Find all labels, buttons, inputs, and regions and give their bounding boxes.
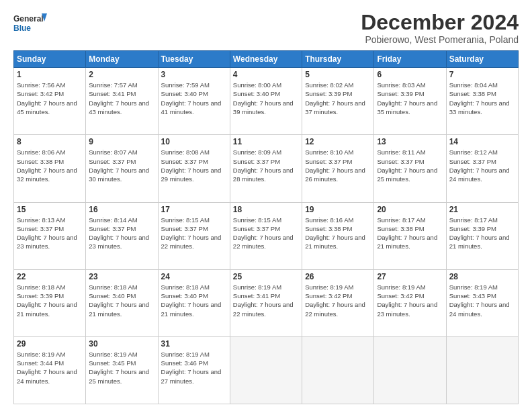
day-number: 10 [161,137,227,146]
day-info: Sunrise: 8:15 AM Sunset: 3:37 PM Dayligh… [233,216,299,251]
day-info: Sunrise: 8:08 AM Sunset: 3:37 PM Dayligh… [161,148,227,183]
day-info: Sunrise: 8:04 AM Sunset: 3:38 PM Dayligh… [449,81,515,116]
day-number: 27 [377,272,443,281]
day-info: Sunrise: 8:19 AM Sunset: 3:43 PM Dayligh… [449,283,515,318]
day-info: Sunrise: 8:03 AM Sunset: 3:39 PM Dayligh… [377,81,443,116]
day-info: Sunrise: 8:12 AM Sunset: 3:37 PM Dayligh… [449,148,515,183]
day-number: 17 [161,205,227,214]
calendar-cell: 28 Sunrise: 8:19 AM Sunset: 3:43 PM Dayl… [446,269,518,336]
calendar-cell: 10 Sunrise: 8:08 AM Sunset: 3:37 PM Dayl… [158,135,230,202]
col-wednesday: Wednesday [230,51,302,68]
calendar-cell: 11 Sunrise: 8:09 AM Sunset: 3:37 PM Dayl… [230,135,302,202]
day-number: 4 [233,70,299,79]
day-number: 19 [305,205,371,214]
day-number: 11 [233,137,299,146]
calendar-cell [230,336,302,404]
day-info: Sunrise: 8:18 AM Sunset: 3:39 PM Dayligh… [17,283,83,318]
col-thursday: Thursday [302,51,374,68]
day-number: 30 [89,339,154,349]
calendar-cell: 15 Sunrise: 8:13 AM Sunset: 3:37 PM Dayl… [14,202,86,269]
day-number: 13 [377,137,443,146]
day-number: 26 [305,272,371,281]
day-number: 1 [17,70,83,79]
calendar-cell: 1 Sunrise: 7:56 AM Sunset: 3:42 PM Dayli… [14,68,86,135]
day-info: Sunrise: 8:06 AM Sunset: 3:38 PM Dayligh… [17,148,83,183]
calendar-week-2: 8 Sunrise: 8:06 AM Sunset: 3:38 PM Dayli… [14,135,519,202]
calendar-cell: 24 Sunrise: 8:18 AM Sunset: 3:40 PM Dayl… [158,269,230,336]
calendar-cell: 22 Sunrise: 8:18 AM Sunset: 3:39 PM Dayl… [14,269,86,336]
svg-text:General: General [13,14,44,24]
day-number: 9 [89,137,154,146]
day-info: Sunrise: 8:19 AM Sunset: 3:42 PM Dayligh… [377,283,443,318]
calendar-header: Sunday Monday Tuesday Wednesday Thursday… [14,51,519,68]
day-info: Sunrise: 8:18 AM Sunset: 3:40 PM Dayligh… [161,283,227,318]
page: General Blue December 2024 Pobierowo, We… [0,0,532,411]
col-friday: Friday [374,51,446,68]
day-info: Sunrise: 8:17 AM Sunset: 3:38 PM Dayligh… [377,216,443,251]
svg-text:Blue: Blue [13,24,31,33]
calendar-cell: 5 Sunrise: 8:02 AM Sunset: 3:39 PM Dayli… [302,68,374,135]
calendar-cell: 3 Sunrise: 7:59 AM Sunset: 3:40 PM Dayli… [158,68,230,135]
main-title: December 2024 [361,11,519,34]
day-number: 3 [161,70,227,79]
day-number: 18 [233,205,299,214]
day-number: 6 [377,70,443,79]
day-number: 23 [89,272,154,281]
day-info: Sunrise: 8:07 AM Sunset: 3:37 PM Dayligh… [89,148,154,183]
day-number: 5 [305,70,371,79]
day-number: 22 [17,272,83,281]
day-info: Sunrise: 8:17 AM Sunset: 3:39 PM Dayligh… [449,216,515,251]
calendar-cell: 20 Sunrise: 8:17 AM Sunset: 3:38 PM Dayl… [374,202,446,269]
day-number: 14 [449,137,515,146]
calendar-cell: 21 Sunrise: 8:17 AM Sunset: 3:39 PM Dayl… [446,202,518,269]
calendar-cell: 14 Sunrise: 8:12 AM Sunset: 3:37 PM Dayl… [446,135,518,202]
calendar-cell: 16 Sunrise: 8:14 AM Sunset: 3:37 PM Dayl… [86,202,158,269]
calendar-cell [302,336,374,404]
title-block: December 2024 Pobierowo, West Pomerania,… [361,11,519,45]
day-info: Sunrise: 7:57 AM Sunset: 3:41 PM Dayligh… [89,81,154,116]
day-number: 7 [449,70,515,79]
col-saturday: Saturday [446,51,518,68]
day-info: Sunrise: 8:11 AM Sunset: 3:37 PM Dayligh… [377,148,443,183]
day-number: 31 [161,339,227,349]
calendar-table: Sunday Monday Tuesday Wednesday Thursday… [13,50,519,404]
calendar-week-1: 1 Sunrise: 7:56 AM Sunset: 3:42 PM Dayli… [14,68,519,135]
calendar-cell: 26 Sunrise: 8:19 AM Sunset: 3:42 PM Dayl… [302,269,374,336]
calendar-cell [374,336,446,404]
weekday-row: Sunday Monday Tuesday Wednesday Thursday… [14,51,519,68]
calendar-week-4: 22 Sunrise: 8:18 AM Sunset: 3:39 PM Dayl… [14,269,519,336]
day-number: 28 [449,272,515,281]
day-number: 16 [89,205,154,214]
day-info: Sunrise: 7:56 AM Sunset: 3:42 PM Dayligh… [17,81,83,116]
day-number: 8 [17,137,83,146]
day-info: Sunrise: 8:00 AM Sunset: 3:40 PM Dayligh… [233,81,299,116]
calendar-cell: 13 Sunrise: 8:11 AM Sunset: 3:37 PM Dayl… [374,135,446,202]
calendar-cell: 18 Sunrise: 8:15 AM Sunset: 3:37 PM Dayl… [230,202,302,269]
col-sunday: Sunday [14,51,86,68]
day-info: Sunrise: 8:10 AM Sunset: 3:37 PM Dayligh… [305,148,371,183]
day-number: 29 [17,339,83,349]
day-number: 15 [17,205,83,214]
day-number: 21 [449,205,515,214]
day-info: Sunrise: 8:19 AM Sunset: 3:41 PM Dayligh… [233,283,299,318]
calendar-body: 1 Sunrise: 7:56 AM Sunset: 3:42 PM Dayli… [14,68,519,404]
calendar-cell: 2 Sunrise: 7:57 AM Sunset: 3:41 PM Dayli… [86,68,158,135]
calendar-cell: 17 Sunrise: 8:15 AM Sunset: 3:37 PM Dayl… [158,202,230,269]
day-info: Sunrise: 8:13 AM Sunset: 3:37 PM Dayligh… [17,216,83,251]
calendar-cell: 12 Sunrise: 8:10 AM Sunset: 3:37 PM Dayl… [302,135,374,202]
calendar-cell: 7 Sunrise: 8:04 AM Sunset: 3:38 PM Dayli… [446,68,518,135]
day-number: 12 [305,137,371,146]
col-tuesday: Tuesday [158,51,230,68]
logo: General Blue [13,11,47,36]
day-info: Sunrise: 8:14 AM Sunset: 3:37 PM Dayligh… [89,216,154,251]
calendar-cell: 27 Sunrise: 8:19 AM Sunset: 3:42 PM Dayl… [374,269,446,336]
col-monday: Monday [86,51,158,68]
header: General Blue December 2024 Pobierowo, We… [13,11,519,45]
calendar-week-3: 15 Sunrise: 8:13 AM Sunset: 3:37 PM Dayl… [14,202,519,269]
day-info: Sunrise: 8:18 AM Sunset: 3:40 PM Dayligh… [89,283,154,318]
calendar-cell: 8 Sunrise: 8:06 AM Sunset: 3:38 PM Dayli… [14,135,86,202]
day-info: Sunrise: 8:09 AM Sunset: 3:37 PM Dayligh… [233,148,299,183]
calendar-cell: 9 Sunrise: 8:07 AM Sunset: 3:37 PM Dayli… [86,135,158,202]
calendar-cell: 6 Sunrise: 8:03 AM Sunset: 3:39 PM Dayli… [374,68,446,135]
day-info: Sunrise: 8:19 AM Sunset: 3:45 PM Dayligh… [89,350,154,385]
